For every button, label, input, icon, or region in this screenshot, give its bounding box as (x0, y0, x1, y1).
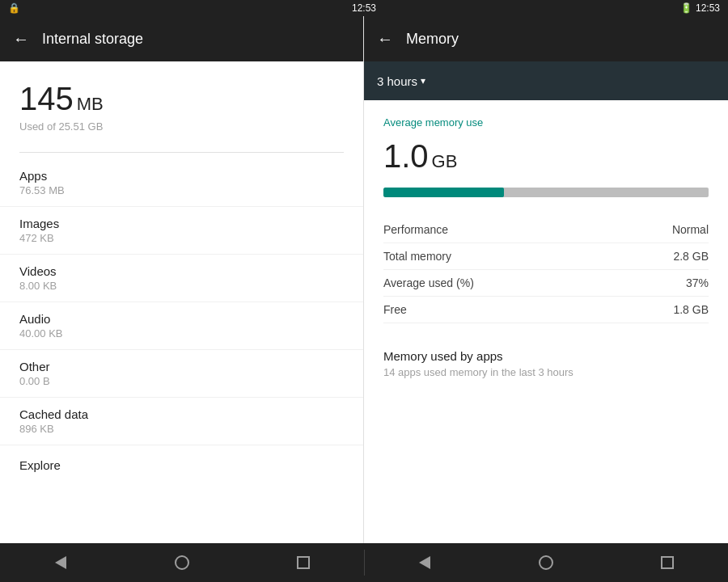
storage-item-name: Cached data (19, 407, 344, 421)
memory-apps-subtitle: 14 apps used memory in the last 3 hours (383, 366, 709, 378)
status-bar: 🔒 12:53 🔋 12:53 (0, 0, 728, 16)
storage-item-name: Images (19, 217, 344, 230)
home-icon-right (539, 555, 553, 570)
battery-icon: 🔋 (680, 2, 692, 14)
storage-item-name: Apps (19, 169, 344, 183)
status-bar-time-left: 12:53 (352, 2, 376, 14)
memory-content: Average memory use 1.0 GB Performance No… (364, 100, 728, 543)
storage-item-name: Videos (19, 264, 344, 278)
stat-label: Performance (383, 223, 448, 236)
stat-label: Average used (%) (383, 276, 474, 289)
back-icon-right (419, 556, 430, 569)
storage-item-size: 40.00 KB (19, 327, 344, 340)
storage-list: Apps 76.53 MB Images 472 KB Videos 8.00 … (0, 159, 363, 543)
storage-list-item[interactable]: Images 472 KB (0, 207, 363, 255)
memory-stat-row: Performance Normal (383, 217, 709, 243)
time-selector-value: 3 hours (377, 74, 417, 88)
storage-item-size: 8.00 KB (19, 280, 344, 292)
storage-item-size: 472 KB (19, 232, 344, 244)
memory-bar-fill (383, 188, 504, 197)
storage-number: 145 (19, 81, 74, 117)
storage-back-button[interactable]: ← (13, 30, 29, 48)
home-icon-left (175, 555, 189, 570)
storage-panel-header: ← Internal storage (0, 16, 363, 61)
explore-label: Explore (19, 458, 344, 472)
storage-item-size: 896 KB (19, 423, 344, 435)
nav-recent-right[interactable] (654, 550, 680, 576)
main-area: ← Internal storage 145 MB Used of 25.51 … (0, 16, 728, 543)
storage-item-name: Other (19, 360, 344, 373)
memory-apps-section[interactable]: Memory used by apps 14 apps used memory … (383, 343, 709, 378)
stat-value: 37% (686, 276, 709, 289)
recent-icon-right (661, 556, 674, 569)
status-bar-right: 🔋 12:53 (680, 2, 720, 14)
stat-label: Total memory (383, 250, 451, 263)
storage-list-item[interactable]: Videos 8.00 KB (0, 255, 363, 302)
storage-item-name: Audio (19, 312, 344, 326)
memory-stats: Performance Normal Total memory 2.8 GB A… (383, 217, 709, 323)
avg-memory-label: Average memory use (383, 116, 709, 129)
bottom-nav (0, 543, 728, 582)
storage-divider (19, 152, 344, 153)
memory-stat-row: Average used (%) 37% (383, 270, 709, 297)
nav-home-left[interactable] (169, 550, 195, 576)
memory-panel-title: Memory (406, 31, 459, 48)
storage-list-item[interactable]: Apps 76.53 MB (0, 159, 363, 207)
explore-item[interactable]: Explore (0, 445, 363, 485)
nav-recent-left[interactable] (290, 550, 316, 576)
status-bar-time-right: 12:53 (696, 2, 720, 14)
left-panel-storage: ← Internal storage 145 MB Used of 25.51 … (0, 16, 364, 543)
status-bar-left: 🔒 (8, 2, 20, 14)
nav-section-left (0, 550, 364, 576)
right-panel-memory: ← Memory 3 hours ▾ Average memory use 1.… (364, 16, 728, 543)
lock-icon-left: 🔒 (8, 2, 20, 14)
back-icon-left (55, 556, 66, 569)
storage-list-item[interactable]: Cached data 896 KB (0, 398, 363, 445)
memory-stat-row: Free 1.8 GB (383, 297, 709, 323)
stat-value: Normal (672, 223, 709, 236)
memory-stat-row: Total memory 2.8 GB (383, 243, 709, 270)
memory-unit: GB (432, 151, 458, 172)
stat-value: 1.8 GB (673, 303, 709, 316)
storage-list-item[interactable]: Audio 40.00 KB (0, 302, 363, 350)
nav-back-right[interactable] (412, 550, 438, 576)
time-selector[interactable]: 3 hours ▾ (364, 61, 728, 100)
storage-total-label: Used of 25.51 GB (19, 120, 344, 133)
stat-label: Free (383, 303, 407, 316)
memory-number: 1.0 (383, 138, 429, 175)
memory-back-button[interactable]: ← (377, 30, 393, 48)
memory-usage-display: 1.0 GB (383, 138, 709, 175)
recent-icon-left (297, 556, 310, 569)
storage-panel-title: Internal storage (42, 31, 143, 48)
memory-bar-container (383, 188, 709, 197)
storage-item-size: 76.53 MB (19, 184, 344, 196)
dropdown-arrow-icon: ▾ (421, 75, 425, 86)
memory-apps-title: Memory used by apps (383, 349, 709, 363)
storage-unit: MB (77, 94, 104, 115)
stat-value: 2.8 GB (673, 250, 709, 263)
storage-summary: 145 MB Used of 25.51 GB (0, 61, 363, 146)
nav-section-right (365, 550, 729, 576)
storage-list-item[interactable]: Other 0.00 B (0, 350, 363, 398)
storage-item-size: 0.00 B (19, 375, 344, 387)
nav-back-left[interactable] (48, 550, 74, 576)
nav-home-right[interactable] (533, 550, 559, 576)
memory-panel-header: ← Memory (364, 16, 728, 61)
storage-used-main: 145 MB (19, 81, 344, 117)
